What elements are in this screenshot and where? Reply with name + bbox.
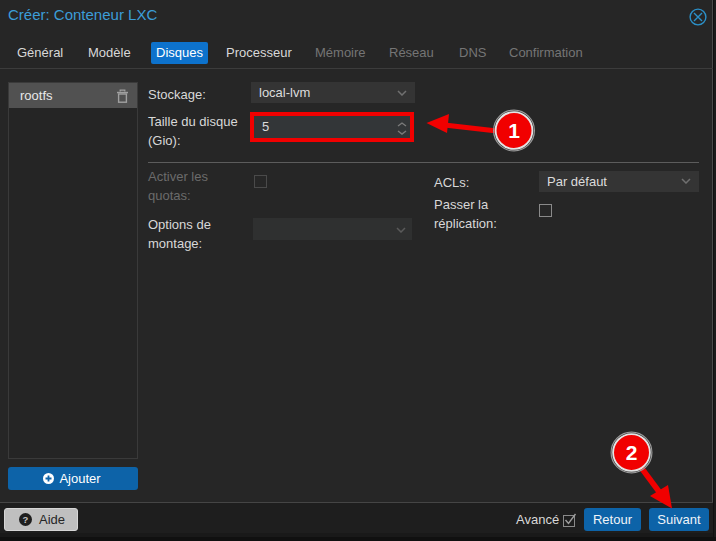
svg-text:?: ? (23, 514, 29, 525)
